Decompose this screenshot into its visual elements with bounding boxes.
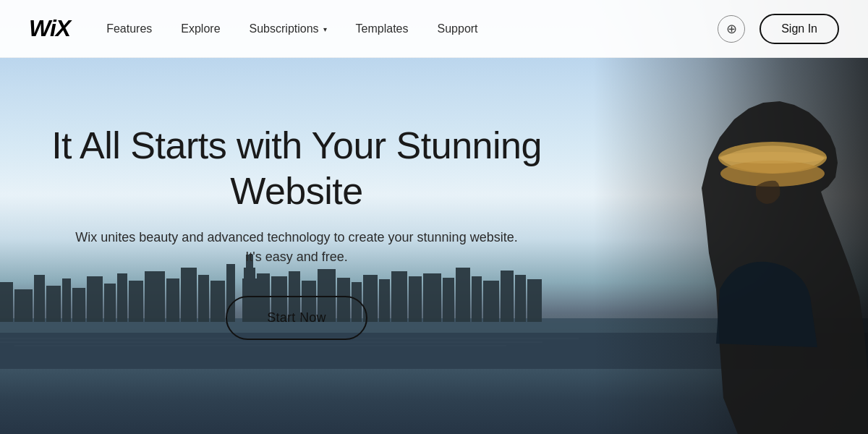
hero-title: It All Starts with Your Stunning Website: [0, 123, 593, 213]
navbar: WiX Features Explore Subscriptions ▾ Tem…: [0, 0, 868, 58]
nav-links: Features Explore Subscriptions ▾ Templat…: [106, 22, 718, 35]
svg-point-45: [718, 152, 827, 163]
wix-logo[interactable]: WiX: [29, 15, 70, 42]
globe-icon: ⊕: [726, 21, 737, 37]
nav-explore[interactable]: Explore: [181, 22, 220, 35]
nav-features[interactable]: Features: [106, 22, 152, 35]
nav-subscriptions[interactable]: Subscriptions ▾: [250, 22, 327, 35]
nav-right: ⊕ Sign In: [718, 14, 839, 44]
sign-in-button[interactable]: Sign In: [760, 14, 839, 44]
person-figure: [593, 72, 868, 434]
nav-subscriptions-label: Subscriptions: [250, 22, 319, 35]
hero-content: It All Starts with Your Stunning Website…: [0, 58, 593, 434]
logo-text: WiX: [29, 15, 70, 41]
hero-subtitle: Wix unites beauty and advanced technolog…: [72, 228, 521, 267]
nav-templates[interactable]: Templates: [356, 22, 409, 35]
language-selector-button[interactable]: ⊕: [718, 15, 745, 43]
nav-support[interactable]: Support: [438, 22, 478, 35]
start-now-button[interactable]: Start Now: [226, 296, 367, 340]
page-wrapper: WiX Features Explore Subscriptions ▾ Tem…: [0, 0, 868, 434]
chevron-down-icon: ▾: [323, 25, 327, 33]
